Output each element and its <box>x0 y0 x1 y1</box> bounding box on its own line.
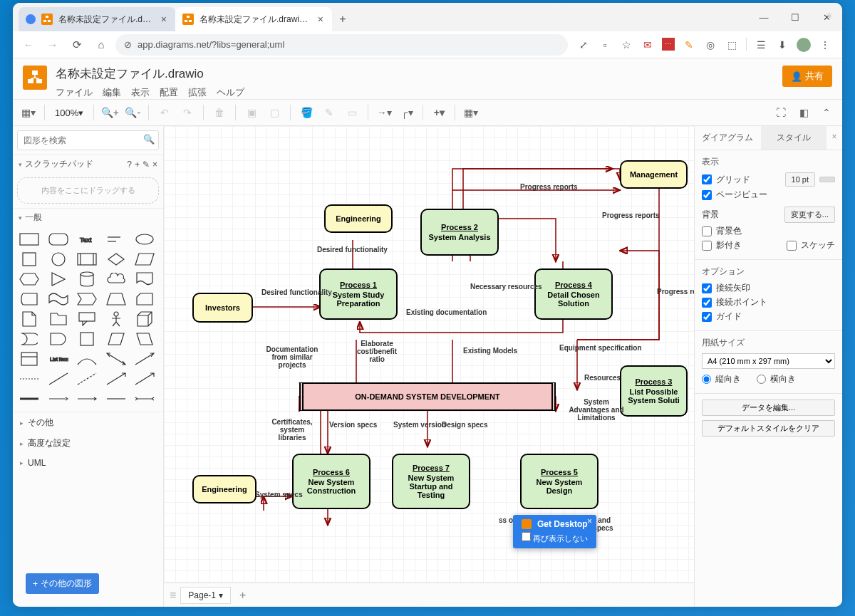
help-icon[interactable]: ? <box>127 160 132 169</box>
shape-callout[interactable] <box>75 310 99 328</box>
shape-container[interactable] <box>75 330 99 348</box>
edit-icon[interactable]: ✎ <box>142 160 150 169</box>
back-button[interactable]: ← <box>19 35 38 55</box>
redo-button[interactable]: ↷ <box>177 103 197 122</box>
shape-folder[interactable] <box>46 310 71 328</box>
site-info-icon[interactable]: ⊘ <box>124 39 132 50</box>
shape-link4[interactable] <box>133 390 157 407</box>
collapse-button[interactable]: ⌃ <box>817 103 836 122</box>
node-process-7[interactable]: Process 7New System Startup and Testing <box>392 454 470 509</box>
pen-icon[interactable]: ✎ <box>682 38 696 52</box>
download-icon[interactable]: ⬇ <box>775 38 789 52</box>
home-button[interactable]: ⌂ <box>91 35 111 55</box>
maximize-button[interactable]: ☐ <box>779 3 811 31</box>
theme-icon[interactable]: ☀ <box>824 10 834 23</box>
shape-curve[interactable] <box>75 350 99 367</box>
shape-dashed[interactable] <box>17 370 41 387</box>
bgcolor-checkbox[interactable] <box>702 226 712 236</box>
shape-note[interactable] <box>17 310 41 328</box>
back-button-z[interactable]: ▢ <box>264 103 284 122</box>
cat-other[interactable]: ▸その他 <box>13 412 163 433</box>
scratchpad-drop[interactable]: 内容をここにドラッグする <box>17 177 159 204</box>
scratchpad-header[interactable]: ▾スクラッチパッド ? + ✎ × <box>13 155 163 173</box>
shape-thick[interactable] <box>17 390 41 407</box>
node-management[interactable]: Management <box>620 160 688 189</box>
shape-and[interactable] <box>46 330 71 348</box>
shape-hexagon[interactable] <box>17 271 41 288</box>
grid-checkbox[interactable] <box>702 174 712 184</box>
add-page-button[interactable]: + <box>235 589 250 602</box>
node-investors[interactable]: Investors <box>192 293 253 323</box>
close-icon[interactable]: × <box>152 160 157 169</box>
shape-square[interactable] <box>17 251 41 268</box>
tab-diagram[interactable]: ダイアグラム <box>695 126 761 150</box>
shape-actor[interactable] <box>104 310 128 328</box>
view-button[interactable]: ▦▾ <box>19 103 38 122</box>
shape-arrow-out[interactable] <box>133 350 157 367</box>
file-name[interactable]: 名称未設定ファイル.drawio <box>56 66 774 82</box>
fullscreen-button[interactable]: ⛶ <box>771 103 791 122</box>
shape-link1[interactable] <box>46 390 71 407</box>
edit-data-button[interactable]: データを編集... <box>702 400 835 416</box>
menu-icon[interactable]: ⋮ <box>818 38 832 52</box>
shape-arrow3[interactable] <box>133 370 157 387</box>
shape-trapezoid[interactable] <box>104 291 128 308</box>
shape-link3[interactable] <box>104 390 128 407</box>
shape-circle[interactable] <box>46 251 71 268</box>
url-field[interactable]: ⊘ app.diagrams.net/?libs=general;uml <box>115 34 568 56</box>
shape-process[interactable] <box>75 251 99 268</box>
menu-help[interactable]: ヘルプ <box>217 86 244 99</box>
node-engineering-1[interactable]: Engineering <box>324 204 393 233</box>
extension-icon[interactable]: ▫ <box>598 38 612 52</box>
shape-link2[interactable] <box>75 390 99 407</box>
ext-red-icon[interactable]: ⋯ <box>662 38 675 51</box>
grid-color[interactable] <box>819 177 835 182</box>
shape-cube[interactable] <box>133 310 157 328</box>
node-process-6[interactable]: Process 6New System Construction <box>292 454 370 509</box>
page-tab[interactable]: Page-1▾ <box>180 587 231 604</box>
cpoint-checkbox[interactable] <box>702 298 712 308</box>
menu-view[interactable]: 表示 <box>131 86 150 99</box>
search-input[interactable] <box>17 130 159 150</box>
shape-line2[interactable] <box>75 370 99 387</box>
search-icon[interactable]: 🔍 <box>143 134 155 145</box>
shape-ellipse[interactable] <box>133 231 157 248</box>
general-header[interactable]: ▾一般 <box>13 208 163 226</box>
shape-triangle[interactable] <box>46 271 71 288</box>
shape-document[interactable] <box>133 271 157 288</box>
cat-advanced[interactable]: ▸高度な設定 <box>13 433 163 454</box>
shape-rrect[interactable] <box>46 231 71 248</box>
shape-cylinder[interactable] <box>75 271 99 288</box>
node-process-2[interactable]: Process 2System Analysis <box>420 209 499 256</box>
waypoint-button[interactable]: ┌▾ <box>397 103 417 122</box>
drawio-logo[interactable] <box>23 66 47 90</box>
change-bg-button[interactable]: 変更する... <box>784 207 835 223</box>
node-engineering-2[interactable]: Engineering <box>192 475 256 503</box>
popup-close-icon[interactable]: × <box>587 516 592 526</box>
avatar[interactable] <box>797 38 811 52</box>
line-button[interactable]: ✎ <box>319 103 339 122</box>
puzzle-icon[interactable]: ⬚ <box>725 38 739 52</box>
grid-size[interactable]: 10 pt <box>785 172 815 187</box>
close-icon[interactable]: × <box>160 14 168 25</box>
node-center[interactable]: ON-DEMAND SYSTEM DEVELOPMENT <box>299 382 556 411</box>
minimize-button[interactable]: — <box>748 3 779 31</box>
shape-list[interactable] <box>17 350 41 367</box>
menu-extras[interactable]: 拡張 <box>188 86 207 99</box>
reload-button[interactable]: ⟳ <box>67 35 87 55</box>
more-shapes-button[interactable]: + その他の図形 <box>26 573 99 594</box>
delete-button[interactable]: 🗑 <box>209 103 229 122</box>
shape-cloud[interactable] <box>104 271 128 288</box>
guide-checkbox[interactable] <box>702 312 712 322</box>
shape-tape[interactable] <box>46 291 71 308</box>
table-button[interactable]: ▦▾ <box>461 103 481 122</box>
tab-style[interactable]: スタイル <box>761 126 827 150</box>
reading-list-icon[interactable]: ☰ <box>754 38 768 52</box>
shape-label[interactable] <box>104 231 128 248</box>
canvas[interactable]: Investors Engineering Management Enginee… <box>164 126 694 583</box>
shape-card[interactable] <box>133 291 157 308</box>
panel-close-icon[interactable]: × <box>826 126 842 150</box>
carrow-checkbox[interactable] <box>702 283 712 293</box>
front-button[interactable]: ▣ <box>242 103 261 122</box>
shape-arrow-bi[interactable] <box>104 350 128 367</box>
